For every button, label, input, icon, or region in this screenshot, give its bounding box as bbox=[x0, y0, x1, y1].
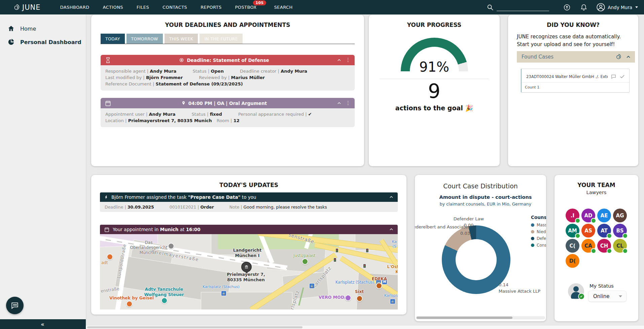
collapse-chevron-icon[interactable] bbox=[389, 227, 394, 232]
did-you-know-card: DID YOU KNOW? JUNE recognizes case data … bbox=[508, 15, 638, 166]
status-value: Online bbox=[588, 293, 619, 299]
user-avatar-icon bbox=[596, 3, 605, 12]
nav-item-dashboard[interactable]: DASHBOARD bbox=[60, 3, 90, 11]
online-status-dot bbox=[607, 233, 612, 239]
courthouse-pin-icon[interactable] bbox=[241, 262, 252, 272]
kebab-menu-icon[interactable]: ⋮ bbox=[346, 58, 351, 63]
team-member-avatar[interactable]: CL bbox=[613, 239, 627, 253]
found-case-row[interactable]: 23ADT000024 Walter Müller GmbH ./. Exter… bbox=[522, 69, 629, 83]
legend-label: Defend bbox=[537, 236, 546, 241]
found-cases-label: Found Cases bbox=[522, 54, 615, 60]
chat-fab-button[interactable] bbox=[6, 297, 24, 314]
map-appointment-banner[interactable]: Your appointment in Munich at 16:00 bbox=[100, 225, 398, 234]
online-status-dot bbox=[591, 218, 596, 223]
sidebar-home-label: Home bbox=[20, 26, 36, 32]
collapse-chevron-icon[interactable] bbox=[389, 195, 394, 199]
home-icon bbox=[7, 25, 15, 32]
legend-label: Niedere bbox=[537, 229, 546, 234]
nav-item-search[interactable]: SEARCH bbox=[274, 3, 293, 11]
tab-tomorrow[interactable]: TOMORROW bbox=[127, 34, 163, 44]
deadlines-card: YOUR DEADLINES AND APPOINTMENTS TODAY TO… bbox=[91, 15, 364, 166]
comment-icon[interactable] bbox=[611, 74, 616, 79]
legend-title: Counsel bbox=[531, 215, 546, 220]
appointment-header[interactable]: 04:00 PM | OA | Oral Argument ⋮ bbox=[101, 98, 355, 108]
map-label-ka-s: Ka (S bbox=[390, 240, 398, 249]
legend-item: Massive bbox=[531, 223, 546, 227]
chevron-up-icon[interactable] bbox=[626, 54, 631, 60]
progress-percent: 91% bbox=[369, 59, 500, 75]
nav-item-reports[interactable]: REPORTS bbox=[200, 3, 222, 11]
nav-item-files[interactable]: FILES bbox=[136, 3, 150, 11]
nav-item-contacts[interactable]: CONTACTS bbox=[162, 3, 188, 11]
appointment-details: Appointment user | Andy Mura Status | fi… bbox=[101, 108, 355, 127]
chart-horizontal-scrollbar bbox=[416, 316, 545, 319]
nav-menu: DASHBOARD ACTIONS FILES CONTACTS REPORTS… bbox=[60, 3, 293, 11]
team-member-avatar[interactable]: D( bbox=[566, 254, 579, 268]
sidebar-dashboard-label: Personal Dashboard bbox=[20, 39, 81, 45]
brand-logo[interactable]: JUNE bbox=[13, 3, 41, 11]
updates-card-title: TODAY'S UPDATES bbox=[91, 182, 406, 188]
tab-this-week[interactable]: THIS WEEK bbox=[165, 34, 198, 44]
shop-poi-icon bbox=[376, 283, 382, 289]
upload-icon[interactable] bbox=[563, 4, 571, 11]
avatar-initials: .I bbox=[571, 213, 574, 219]
traffic-light-icon bbox=[335, 248, 338, 253]
legend-dot bbox=[531, 223, 534, 227]
team-member-avatar[interactable]: AT bbox=[597, 224, 611, 237]
tab-today[interactable]: TODAY bbox=[101, 34, 125, 44]
sidebar-item-personal-dashboard[interactable]: Personal Dashboard bbox=[0, 35, 86, 49]
map-label-losteria: L'Oste Kü bbox=[387, 264, 398, 275]
chart-title: Amount in dispute - court-actions bbox=[415, 194, 546, 200]
online-status-dot bbox=[575, 218, 580, 223]
team-member-avatar[interactable]: AM bbox=[566, 224, 579, 237]
team-member-avatar[interactable]: CH bbox=[597, 239, 611, 253]
avatar-initials: AM bbox=[568, 228, 577, 234]
legend-item: Defend bbox=[531, 236, 546, 241]
check-icon[interactable] bbox=[619, 74, 625, 79]
search-icon[interactable] bbox=[487, 4, 494, 11]
chevron-down-icon bbox=[619, 295, 622, 297]
task-banner[interactable]: Björn Frommer assigned the task "Prepare… bbox=[100, 192, 398, 202]
tab-in-the-future[interactable]: IN THE FUTURE bbox=[200, 34, 243, 44]
sidebar-item-home[interactable]: Home bbox=[0, 22, 86, 35]
scrollbar-thumb[interactable] bbox=[87, 326, 302, 328]
team-member-avatar[interactable]: C( bbox=[566, 239, 579, 253]
avatar-initials: D( bbox=[569, 258, 576, 264]
deadline-item: Deadline: Statement of Defense ⋮ Respons… bbox=[101, 55, 355, 90]
notifications-bell-icon[interactable] bbox=[580, 4, 587, 11]
team-member-avatar[interactable]: CA bbox=[581, 239, 595, 253]
status-select[interactable]: Online bbox=[588, 291, 627, 302]
online-status-dot bbox=[591, 248, 596, 254]
sbahn-station-icon: 🚆 bbox=[390, 299, 395, 304]
legend-dot bbox=[531, 244, 534, 247]
team-member-avatar[interactable]: .I bbox=[566, 209, 579, 222]
found-cases-accordion[interactable]: Found Cases bbox=[517, 51, 635, 63]
kebab-menu-icon[interactable]: ⋮ bbox=[346, 101, 351, 106]
search-input[interactable] bbox=[497, 3, 549, 11]
calendar-icon bbox=[104, 227, 110, 232]
map[interactable]: Das Oberlandesgericht München Prielmayer… bbox=[100, 234, 398, 309]
sidebar-collapse-button[interactable]: « bbox=[0, 319, 86, 329]
nav-right-section: Andy Mura bbox=[487, 0, 638, 14]
user-menu[interactable]: Andy Mura bbox=[596, 3, 638, 12]
legend-item: Niedere bbox=[531, 229, 546, 234]
map-label-stachus-a: Karlsplatz (Stachus) bbox=[203, 285, 240, 289]
nav-item-actions[interactable]: ACTIONS bbox=[102, 3, 124, 11]
collapse-chevron-icon[interactable] bbox=[337, 58, 342, 63]
team-member-avatar[interactable]: AS bbox=[581, 224, 595, 237]
scrollbar-thumb[interactable] bbox=[417, 317, 512, 319]
team-member-avatar[interactable]: AD bbox=[581, 209, 595, 222]
appointment-item: 04:00 PM | OA | Oral Argument ⋮ Appointm… bbox=[101, 98, 355, 127]
team-member-avatar[interactable]: AG bbox=[613, 209, 627, 222]
deadline-header[interactable]: Deadline: Statement of Defense ⋮ bbox=[101, 55, 355, 65]
map-label-address: Prielmayerstr 7, 80335 München bbox=[225, 272, 267, 282]
nav-item-postbox[interactable]: POSTBOX 105 bbox=[235, 3, 257, 11]
brand-name: JUNE bbox=[22, 3, 41, 11]
map-label-veromoda: VERO MODA bbox=[319, 295, 348, 300]
collapse-chevron-icon[interactable] bbox=[337, 101, 342, 106]
avatar-initials: CA bbox=[584, 243, 592, 249]
team-member-avatar[interactable]: BS bbox=[613, 224, 627, 237]
team-member-avatar[interactable]: AE bbox=[597, 209, 611, 222]
slice-label-niederelbert: Niederelbert and Associates 0.03 bbox=[415, 224, 470, 237]
team-avatars-grid: .I AD AE AG AM AS bbox=[565, 209, 628, 269]
